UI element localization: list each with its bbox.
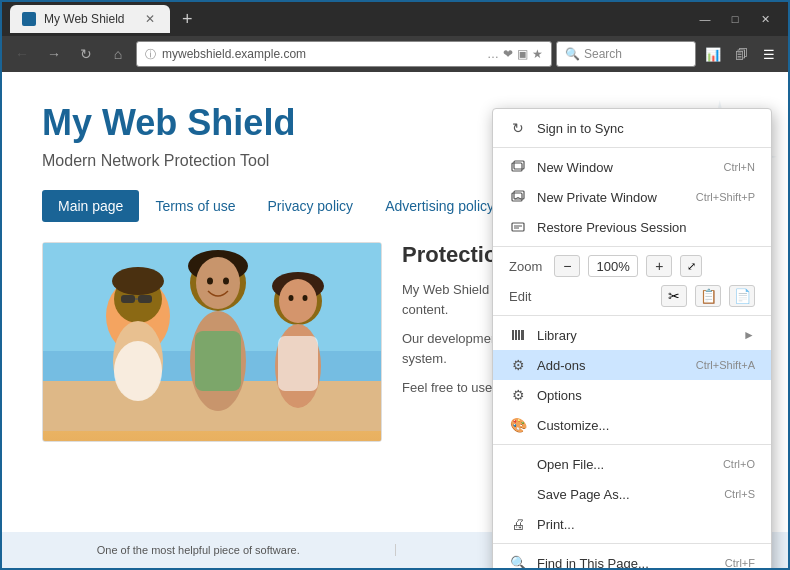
library-icon (509, 326, 527, 344)
back-button[interactable]: ← (8, 40, 36, 68)
menu-label-sign-in-sync: Sign in to Sync (537, 121, 755, 136)
menu-separator-1 (493, 147, 771, 148)
stats-icon[interactable]: 📊 (700, 41, 726, 67)
forward-button[interactable]: → (40, 40, 68, 68)
menu-separator-4 (493, 444, 771, 445)
svg-point-21 (289, 295, 294, 301)
menu-item-save-page[interactable]: Save Page As... Ctrl+S (493, 479, 771, 509)
svg-rect-34 (518, 330, 520, 340)
svg-rect-29 (512, 223, 524, 231)
menu-label-addons: Add-ons (537, 358, 686, 373)
svg-point-14 (207, 278, 213, 285)
addons-icon: ⚙ (509, 356, 527, 374)
more-icon: … (487, 47, 499, 61)
search-placeholder: Search (584, 47, 622, 61)
nav-advertising[interactable]: Advertising policy (369, 190, 510, 222)
maximize-button[interactable]: □ (720, 5, 750, 33)
close-button[interactable]: ✕ (750, 5, 780, 33)
nav-terms[interactable]: Terms of use (139, 190, 251, 222)
find-icon: 🔍 (509, 554, 527, 568)
svg-rect-6 (121, 295, 135, 303)
save-page-icon (509, 485, 527, 503)
address-text: mywebshield.example.com (162, 47, 487, 61)
title-bar: My Web Shield ✕ + — □ ✕ (2, 2, 788, 36)
tab-favicon (22, 12, 36, 26)
menu-label-customize: Customize... (537, 418, 755, 433)
browser-window: My Web Shield ✕ + — □ ✕ ← → ↻ ⌂ ⓘ mywebs… (0, 0, 790, 570)
testimonial-1: One of the most helpful piece of softwar… (2, 544, 396, 556)
menu-label-find: Find in This Page... (537, 556, 715, 569)
paste-button[interactable]: 📄 (729, 285, 755, 307)
page-content: ✷ My Web Shield Modern Network Protectio… (2, 72, 788, 568)
bookmark-icon[interactable]: ★ (532, 47, 543, 61)
svg-point-20 (279, 279, 317, 323)
menu-item-customize[interactable]: 🎨 Customize... (493, 410, 771, 440)
menu-item-private-window[interactable]: New Private Window Ctrl+Shift+P (493, 182, 771, 212)
svg-point-22 (303, 295, 308, 301)
svg-rect-33 (515, 330, 517, 340)
context-menu: ↻ Sign in to Sync New Window Ctrl+N New … (492, 108, 772, 568)
svg-point-13 (196, 257, 240, 309)
home-button[interactable]: ⌂ (104, 40, 132, 68)
menu-item-new-window[interactable]: New Window Ctrl+N (493, 152, 771, 182)
tab-close-button[interactable]: ✕ (142, 11, 158, 27)
address-bar[interactable]: ⓘ mywebshield.example.com … ❤ ▣ ★ (136, 41, 552, 67)
menu-item-options[interactable]: ⚙ Options (493, 380, 771, 410)
window-controls: — □ ✕ (690, 5, 780, 33)
menu-label-library: Library (537, 328, 733, 343)
menu-item-print[interactable]: 🖨 Print... (493, 509, 771, 539)
zoom-value: 100% (588, 255, 638, 277)
zoom-expand-button[interactable]: ⤢ (680, 255, 702, 277)
menu-label-restore-session: Restore Previous Session (537, 220, 755, 235)
pocket-icon[interactable]: ❤ (503, 47, 513, 61)
zoom-minus-button[interactable]: − (554, 255, 580, 277)
toolbar-icons: 📊 🗐 ☰ (700, 41, 782, 67)
svg-rect-17 (195, 331, 241, 391)
menu-shortcut-find: Ctrl+F (725, 557, 755, 568)
container-icon: ▣ (517, 47, 528, 61)
svg-rect-24 (278, 336, 318, 391)
open-file-icon (509, 455, 527, 473)
svg-rect-32 (512, 330, 514, 340)
restore-icon (509, 218, 527, 236)
reload-button[interactable]: ↻ (72, 40, 100, 68)
menu-item-open-file[interactable]: Open File... Ctrl+O (493, 449, 771, 479)
sidebar-icon[interactable]: 🗐 (728, 41, 754, 67)
svg-rect-7 (138, 295, 152, 303)
zoom-label: Zoom (509, 259, 542, 274)
library-arrow: ► (743, 328, 755, 342)
menu-item-sign-in-sync[interactable]: ↻ Sign in to Sync (493, 113, 771, 143)
menu-label-options: Options (537, 388, 755, 403)
menu-item-library[interactable]: Library ► (493, 320, 771, 350)
nav-bar: ← → ↻ ⌂ ⓘ mywebshield.example.com … ❤ ▣ … (2, 36, 788, 72)
svg-rect-35 (521, 330, 524, 340)
options-icon: ⚙ (509, 386, 527, 404)
menu-item-addons[interactable]: ⚙ Add-ons Ctrl+Shift+A (493, 350, 771, 380)
menu-label-print: Print... (537, 517, 755, 532)
customize-icon: 🎨 (509, 416, 527, 434)
menu-shortcut-new-window: Ctrl+N (724, 161, 755, 173)
nav-privacy[interactable]: Privacy policy (252, 190, 370, 222)
zoom-plus-button[interactable]: + (646, 255, 672, 277)
edit-label: Edit (509, 289, 531, 304)
menu-item-find[interactable]: 🔍 Find in This Page... Ctrl+F (493, 548, 771, 568)
nav-main-page[interactable]: Main page (42, 190, 139, 222)
svg-point-10 (114, 341, 162, 401)
cut-button[interactable]: ✂ (661, 285, 687, 307)
print-icon: 🖨 (509, 515, 527, 533)
copy-button[interactable]: 📋 (695, 285, 721, 307)
menu-separator-5 (493, 543, 771, 544)
svg-point-5 (112, 267, 164, 295)
browser-tab[interactable]: My Web Shield ✕ (10, 5, 170, 33)
menu-label-private-window: New Private Window (537, 190, 686, 205)
menu-item-restore-session[interactable]: Restore Previous Session (493, 212, 771, 242)
new-tab-button[interactable]: + (174, 9, 201, 30)
menu-button[interactable]: ☰ (756, 41, 782, 67)
sync-icon: ↻ (509, 119, 527, 137)
menu-label-save-page: Save Page As... (537, 487, 714, 502)
menu-shortcut-save-page: Ctrl+S (724, 488, 755, 500)
search-bar[interactable]: 🔍 Search (556, 41, 696, 67)
edit-row: Edit ✂ 📋 📄 (493, 281, 771, 311)
hero-image (42, 242, 382, 442)
minimize-button[interactable]: — (690, 5, 720, 33)
